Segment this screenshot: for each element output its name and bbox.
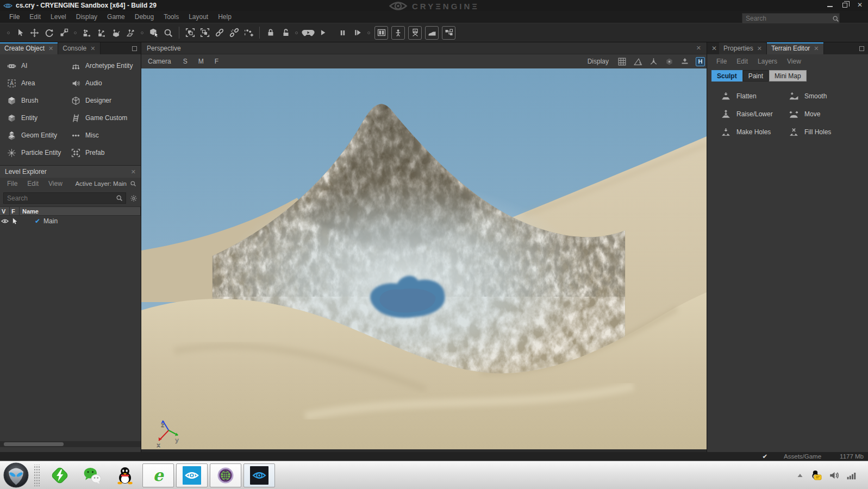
tool-make-holes[interactable]: Make Holes xyxy=(720,127,788,137)
game-mode-button[interactable] xyxy=(301,26,315,40)
create-item-prefab[interactable]: Prefab xyxy=(71,148,141,158)
menu-level[interactable]: Level xyxy=(46,11,71,22)
cryengine-sandbox-button[interactable] xyxy=(243,463,275,487)
terrain-tool-button[interactable] xyxy=(425,26,439,40)
tool-smooth[interactable]: Smooth xyxy=(788,91,868,101)
pivot-snap-icon[interactable] xyxy=(648,57,658,66)
select-object-button[interactable] xyxy=(146,26,161,40)
select-tool-button[interactable] xyxy=(13,26,27,40)
close-icon[interactable]: ✕ xyxy=(757,45,762,52)
tab-properties[interactable]: Properties ✕ xyxy=(719,42,767,54)
create-item-archetype-entity[interactable]: Archetype Entity xyxy=(71,61,141,71)
thunder-icon[interactable] xyxy=(50,466,70,485)
substance-graph-button[interactable] xyxy=(442,26,455,40)
tray-expand-icon[interactable] xyxy=(796,472,804,479)
te-menu-view[interactable]: View xyxy=(782,57,806,66)
menu-debug[interactable]: Debug xyxy=(130,11,159,22)
create-item-game-custom[interactable]: Game Custom xyxy=(71,113,141,123)
camera-speed-button[interactable]: S xyxy=(179,57,192,66)
gear-icon[interactable] xyxy=(130,195,138,202)
tab-perspective[interactable]: Perspective xyxy=(147,45,181,52)
play-button[interactable] xyxy=(315,26,330,40)
terrain-snap-icon[interactable] xyxy=(680,57,690,66)
isolate-selection-button[interactable] xyxy=(183,26,197,40)
layout-columns-button[interactable] xyxy=(374,26,388,40)
minimize-button[interactable] xyxy=(827,3,833,7)
tool-flatten[interactable]: Flatten xyxy=(720,91,788,101)
create-item-particle-entity[interactable]: Particle Entity xyxy=(7,148,71,158)
create-item-entity[interactable]: Entity xyxy=(7,113,71,123)
eye-icon[interactable] xyxy=(0,218,10,224)
lock-button[interactable] xyxy=(263,26,278,40)
tool-fill-holes[interactable]: Fill Holes xyxy=(788,127,868,137)
create-item-brush[interactable]: Brush xyxy=(7,96,71,105)
create-item-misc[interactable]: Misc xyxy=(71,130,141,140)
scale-tool-button[interactable] xyxy=(57,26,71,40)
maximize-panel-icon[interactable] xyxy=(859,46,864,51)
start-button[interactable] xyxy=(3,462,29,488)
global-search-input[interactable] xyxy=(742,15,832,22)
browser-360-button[interactable]: e xyxy=(142,463,174,487)
lx-menu-file[interactable]: File xyxy=(2,179,22,189)
mode-sculpt[interactable]: Sculpt xyxy=(711,70,742,82)
camera-m-button[interactable]: M xyxy=(194,57,208,66)
column-frozen[interactable]: F xyxy=(10,207,20,215)
lx-menu-edit[interactable]: Edit xyxy=(22,179,43,189)
maximize-panel-icon[interactable] xyxy=(132,46,137,51)
scale-object-button[interactable] xyxy=(109,26,123,40)
step-button[interactable] xyxy=(350,26,365,40)
menu-tools[interactable]: Tools xyxy=(159,11,184,22)
scrollbar-thumb[interactable] xyxy=(4,442,64,446)
close-icon[interactable]: ✕ xyxy=(131,168,136,175)
link-button[interactable] xyxy=(212,26,227,40)
menu-display[interactable]: Display xyxy=(71,11,102,22)
tab-create-object[interactable]: Create Object ✕ xyxy=(0,42,58,54)
angle-snap-icon[interactable] xyxy=(633,57,642,66)
unlock-button[interactable] xyxy=(278,26,292,40)
menu-game[interactable]: Game xyxy=(102,11,130,22)
close-icon[interactable]: ✕ xyxy=(48,45,53,52)
unlink-button[interactable] xyxy=(227,26,241,40)
close-icon[interactable]: ✕ xyxy=(90,45,95,52)
grid-snap-icon[interactable] xyxy=(617,57,627,66)
close-icon[interactable]: ✕ xyxy=(814,45,819,52)
restore-button[interactable] xyxy=(842,3,847,8)
move-camera-button[interactable] xyxy=(79,26,94,40)
tab-console[interactable]: Console ✕ xyxy=(58,42,100,54)
create-item-area[interactable]: A Area xyxy=(7,78,71,88)
volume-icon[interactable] xyxy=(829,471,840,480)
tor-browser-button[interactable] xyxy=(210,463,241,487)
qq-tray-icon[interactable] xyxy=(810,469,822,481)
horizontal-scrollbar[interactable] xyxy=(0,441,141,447)
pause-button[interactable] xyxy=(335,26,350,40)
move-object-button[interactable] xyxy=(94,26,109,40)
camera-menu[interactable]: Camera xyxy=(148,58,171,65)
rotate-tool-button[interactable] xyxy=(42,26,57,40)
column-visible[interactable]: V xyxy=(0,207,10,215)
te-menu-layers[interactable]: Layers xyxy=(753,57,782,66)
vertex-snap-icon[interactable] xyxy=(664,57,674,66)
menu-edit[interactable]: Edit xyxy=(24,11,46,22)
close-button[interactable]: ✕ xyxy=(857,2,863,8)
create-item-designer[interactable]: Designer xyxy=(71,96,141,105)
camera-fov-button[interactable]: F xyxy=(210,57,223,66)
menu-file[interactable]: File xyxy=(4,11,24,22)
scene-3d-view[interactable]: z x y xyxy=(141,68,707,449)
display-menu[interactable]: Display xyxy=(588,58,609,65)
close-icon[interactable]: ✕ xyxy=(711,45,717,52)
trackview-button[interactable] xyxy=(408,26,422,40)
tool-move[interactable]: Move xyxy=(788,109,868,119)
taskbar-grip-handle[interactable] xyxy=(33,465,40,486)
cursor-icon[interactable] xyxy=(10,218,20,225)
create-item-audio[interactable]: Audio xyxy=(71,78,141,88)
create-item-ai[interactable]: AI xyxy=(7,61,71,71)
column-name[interactable]: Name xyxy=(20,207,141,215)
layer-row-main[interactable]: ✔ Main xyxy=(0,216,141,227)
qq-icon[interactable] xyxy=(115,466,135,485)
focus-search-icon[interactable] xyxy=(130,180,136,187)
cryengine-launcher-button[interactable] xyxy=(176,463,208,487)
level-explorer-search-input[interactable] xyxy=(4,195,116,202)
tab-terrain-editor[interactable]: Terrain Editor ✕ xyxy=(767,42,824,54)
lx-menu-view[interactable]: View xyxy=(43,179,67,189)
isolate-group-button[interactable] xyxy=(197,26,212,40)
